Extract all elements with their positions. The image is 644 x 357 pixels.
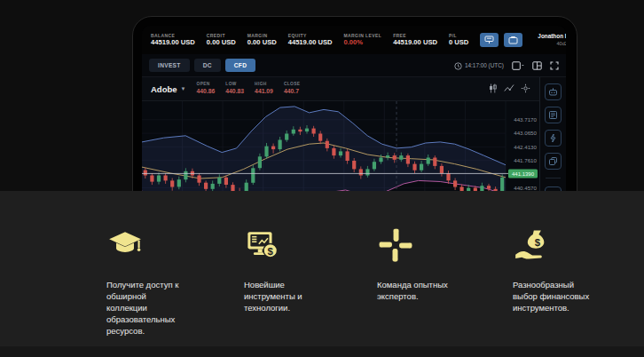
chevron-down-icon: ▼ — [181, 86, 186, 91]
svg-text:441.1390: 441.1390 — [512, 171, 535, 177]
wallet-icon — [508, 32, 518, 48]
multichart-icon[interactable] — [532, 58, 542, 74]
chart-style-icon[interactable] — [488, 81, 498, 97]
feature-education: Получите доступ к обширной коллекции обр… — [106, 226, 224, 337]
indicators-icon[interactable] — [504, 81, 514, 97]
chart-settings-icon[interactable] — [521, 81, 530, 97]
stat-balance: BALANCE 44519.00 USD — [151, 33, 195, 47]
ohlc-high: HIGH 441.09 — [255, 82, 273, 95]
feature-text: Получите доступ к обширной коллекции обр… — [106, 279, 224, 337]
stat-credit: CREDIT 0.00 USD — [207, 33, 236, 47]
signals-icon — [548, 131, 558, 147]
account-type-tabs: INVEST DC CFD 14:17:00 (UTC) — [142, 54, 566, 77]
tab-cfd[interactable]: CFD — [225, 59, 255, 72]
monitor-dollar-icon: $ — [244, 226, 281, 264]
stat-equity: EQUITY 44519.00 USD — [288, 33, 333, 47]
feature-experts: Команда опытных экспертов. — [377, 226, 494, 302]
footer-strip — [0, 346, 644, 357]
feature-text: Новейшие инструменты и технологии. — [244, 279, 361, 313]
svg-text:$: $ — [268, 246, 274, 257]
team-hands-icon — [377, 226, 414, 264]
svg-text:441.7610: 441.7610 — [514, 157, 537, 163]
svg-text:443.7170: 443.7170 — [514, 116, 537, 123]
feature-technology: $ Новейшие инструменты и технологии. — [244, 226, 361, 313]
svg-text:$: $ — [535, 237, 541, 248]
feature-text: Разнообразный выбор финансовых инструмен… — [513, 279, 630, 313]
feature-text: Команда опытных экспертов. — [377, 279, 494, 302]
stat-free: FREE 44519.00 USD — [393, 33, 437, 47]
clock-text: 14:17:00 (UTC) — [465, 62, 504, 68]
ohlc-open: OPEN 440.86 — [197, 82, 216, 95]
symbol-selector[interactable]: Adobe ▼ — [151, 84, 186, 94]
stat-pl: P/L 0 USD — [449, 33, 468, 47]
feature-instruments: $ Разнообразный выбор финансовых инструм… — [513, 226, 630, 313]
page: BALANCE 44519.00 USD CREDIT 0.00 USD MAR… — [0, 0, 644, 357]
user-menu[interactable]: Jonathon Brakus 40d2b24761 — [538, 33, 566, 47]
layout-select-icon[interactable] — [512, 58, 524, 74]
tab-invest[interactable]: INVEST — [149, 59, 190, 72]
user-id: 40d2b24761 — [556, 41, 566, 47]
signals-button[interactable] — [545, 130, 562, 147]
news-icon — [548, 107, 558, 123]
atm-deposit-icon — [484, 32, 494, 48]
svg-text:442.4130: 442.4130 — [514, 144, 537, 150]
clock-icon — [454, 58, 462, 74]
symbol-name: Adobe — [151, 84, 177, 94]
ohlc-low: LOW 440.83 — [225, 82, 244, 95]
layers-icon — [548, 154, 558, 170]
fullscreen-icon[interactable] — [550, 58, 559, 74]
account-summary-bar: BALANCE 44519.00 USD CREDIT 0.00 USD MAR… — [142, 26, 566, 54]
svg-text:440.4570: 440.4570 — [514, 185, 537, 191]
withdraw-button[interactable] — [504, 33, 522, 47]
copy-trading-button[interactable] — [545, 153, 562, 170]
ohlc-close: CLOSE 440.7 — [284, 82, 301, 95]
robot-icon — [548, 84, 558, 100]
stat-margin-level: MARGIN LEVEL 0.00% — [344, 33, 382, 47]
features-section: Получите доступ к обширной коллекции обр… — [0, 191, 644, 357]
news-button[interactable] — [545, 107, 562, 123]
deposit-button[interactable] — [480, 33, 499, 47]
user-name: Jonathon Brakus — [538, 33, 566, 40]
chart-header: Adobe ▼ OPEN 440.86 LOW 440.83 HIGH 441.… — [142, 77, 539, 101]
server-clock: 14:17:00 (UTC) — [454, 58, 504, 74]
trading-assistant-button[interactable] — [545, 83, 562, 100]
svg-text:443.0650: 443.0650 — [514, 130, 537, 136]
tab-dc[interactable]: DC — [194, 59, 221, 72]
graduation-cap-icon — [106, 226, 144, 264]
money-bag-hand-icon: $ — [513, 226, 550, 264]
stat-margin: MARGIN 0.00 USD — [247, 33, 277, 47]
rail-divider — [546, 178, 561, 178]
